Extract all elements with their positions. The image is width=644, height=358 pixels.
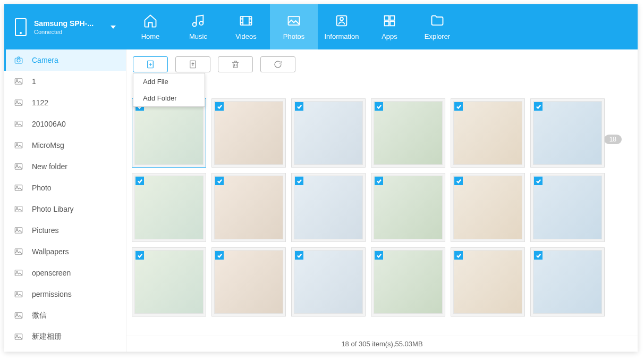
photo-icon [286, 13, 301, 28]
photo-thumb[interactable] [530, 173, 605, 242]
status-bar: 18 of 305 item(s),55.03MB [126, 336, 638, 352]
svg-rect-12 [15, 79, 22, 85]
photo-thumb[interactable] [132, 173, 206, 242]
delete-button[interactable] [218, 56, 253, 72]
photo-thumb[interactable] [211, 173, 286, 242]
svg-rect-36 [15, 334, 22, 340]
add-file-item[interactable]: Add File [133, 73, 205, 90]
nav-apps[interactable]: Apps [366, 4, 413, 49]
nav-information[interactable]: Information [318, 4, 366, 49]
info-icon [334, 13, 349, 28]
device-name: Samsung SPH-... [34, 19, 94, 28]
camera-icon [14, 56, 23, 64]
svg-rect-34 [15, 313, 22, 319]
export-button[interactable] [175, 56, 210, 72]
photo-image [453, 250, 522, 314]
photo-thumb[interactable] [451, 173, 525, 242]
photo-thumb[interactable] [451, 247, 525, 317]
photo-thumb[interactable] [530, 98, 605, 168]
checkmark-icon [375, 251, 383, 260]
home-icon [143, 13, 158, 28]
photo-thumb[interactable] [530, 247, 605, 317]
nav-explorer[interactable]: Explorer [413, 4, 461, 49]
device-selector[interactable]: Samsung SPH-... Connected [4, 4, 126, 49]
checkmark-icon [375, 177, 383, 185]
refresh-button[interactable] [260, 56, 295, 72]
svg-rect-30 [15, 270, 22, 276]
add-button[interactable] [133, 56, 168, 72]
add-folder-item[interactable]: Add Folder [133, 90, 205, 106]
photo-thumb[interactable] [132, 247, 206, 317]
nav-music[interactable]: Music [174, 4, 222, 49]
photo-thumb[interactable] [211, 98, 286, 168]
sidebar-item-11[interactable]: permissions [4, 284, 126, 305]
sidebar-item-1[interactable]: 1 [4, 71, 126, 92]
sidebar-item-8[interactable]: Pictures [4, 220, 126, 241]
svg-rect-8 [385, 21, 389, 26]
svg-rect-26 [15, 228, 22, 234]
sidebar-item-9[interactable]: Wallpapers [4, 241, 126, 262]
main-content: Add File Add Folder 18 18 of 305 item(s)… [126, 49, 638, 352]
nav-home[interactable]: Home [126, 4, 174, 49]
photo-image [294, 101, 363, 165]
sidebar-item-5[interactable]: New folder [4, 156, 126, 177]
svg-point-33 [16, 293, 18, 294]
svg-point-29 [16, 250, 18, 251]
photo-image [533, 176, 602, 239]
image-icon [14, 312, 23, 319]
photo-image [134, 101, 204, 165]
photo-image [214, 176, 283, 239]
sidebar-item-label: Pictures [32, 226, 59, 235]
checkmark-icon [454, 251, 463, 260]
photo-thumb[interactable] [132, 98, 206, 168]
sidebar-item-0[interactable]: Camera [4, 49, 126, 71]
photo-thumb[interactable] [451, 98, 525, 168]
sidebar-item-10[interactable]: openscreen [4, 262, 126, 284]
image-icon [14, 205, 23, 213]
svg-point-19 [16, 144, 18, 145]
sidebar-item-label: New folder [32, 162, 67, 171]
image-icon [14, 163, 23, 170]
sidebar-item-label: Photo Libary [32, 205, 74, 213]
checkmark-icon [295, 251, 303, 260]
photo-thumb[interactable] [371, 98, 445, 168]
nav-videos[interactable]: Videos [222, 4, 270, 49]
header: Samsung SPH-... Connected Home Music Vid… [4, 4, 638, 49]
image-icon [14, 184, 23, 192]
image-icon [14, 120, 23, 128]
sidebar-item-4[interactable]: MicroMsg [4, 135, 126, 156]
sidebar-item-13[interactable]: 新建相册 [4, 326, 126, 347]
checkmark-icon [215, 177, 224, 185]
photo-thumb[interactable] [371, 173, 445, 242]
photo-thumb[interactable] [291, 98, 366, 168]
photo-thumb[interactable] [211, 247, 286, 317]
phone-icon [15, 18, 27, 36]
photo-thumb[interactable] [371, 247, 445, 317]
svg-rect-18 [15, 143, 22, 148]
svg-point-17 [16, 122, 18, 123]
svg-rect-24 [15, 206, 22, 212]
svg-rect-32 [15, 292, 22, 297]
svg-rect-28 [15, 249, 22, 255]
image-icon [14, 99, 23, 106]
photo-thumb[interactable] [291, 247, 366, 317]
photo-image [374, 176, 443, 239]
sidebar-item-2[interactable]: 1122 [4, 92, 126, 113]
photo-grid [132, 98, 632, 317]
checkmark-icon [135, 177, 144, 185]
sidebar-item-6[interactable]: Photo [4, 177, 126, 198]
chevron-down-icon [111, 26, 116, 29]
sidebar-item-label: 1 [32, 77, 36, 86]
sidebar-item-7[interactable]: Photo Libary [4, 198, 126, 220]
nav-photos[interactable]: Photos [270, 4, 318, 49]
svg-rect-6 [385, 16, 389, 20]
sidebar-item-12[interactable]: 微信 [4, 305, 126, 326]
checkmark-icon [295, 177, 303, 185]
svg-point-23 [16, 186, 18, 187]
sidebar-item-3[interactable]: 201006A0 [4, 113, 126, 135]
photo-thumb[interactable] [291, 173, 366, 242]
photo-image [214, 250, 283, 314]
photo-image [294, 250, 363, 314]
photo-image [453, 176, 522, 239]
svg-rect-3 [289, 16, 300, 25]
